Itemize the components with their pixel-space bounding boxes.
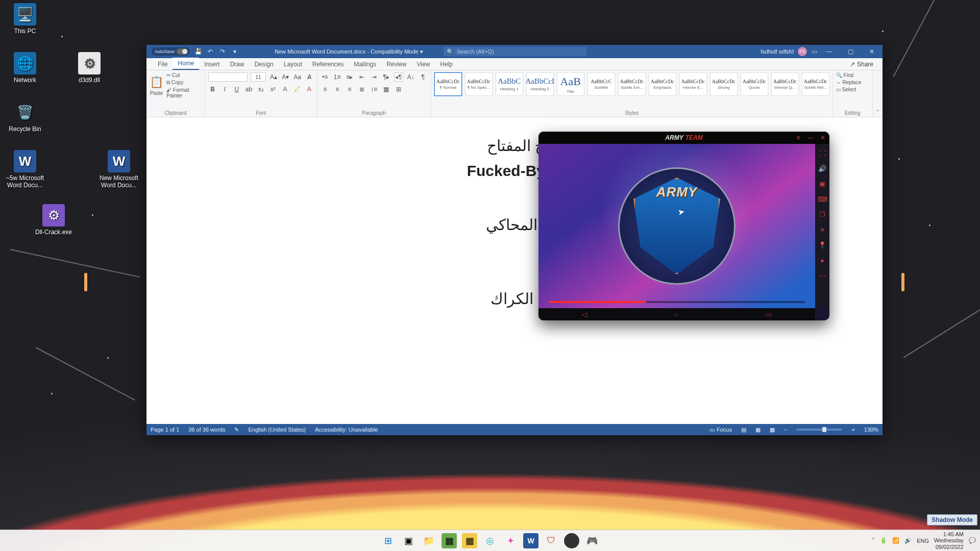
- read-mode-icon[interactable]: ▤: [741, 427, 746, 433]
- dec-indent-icon[interactable]: ⇤: [357, 72, 366, 82]
- status-words[interactable]: 36 of 36 words: [188, 427, 225, 433]
- numbering-icon[interactable]: 1≡: [333, 72, 342, 82]
- tab-references[interactable]: References: [307, 59, 349, 70]
- style-subtle-ref-[interactable]: AaBbCcDcSubtle Ref...: [802, 72, 829, 96]
- strike-icon[interactable]: ab: [244, 85, 254, 94]
- nav-home-icon[interactable]: ○: [674, 310, 678, 318]
- search-box[interactable]: 🔍Search (Alt+Q): [444, 47, 586, 56]
- desktop-icon-dll-crack[interactable]: ⚙Dll-Crack.exe: [31, 204, 77, 236]
- emu-settings-icon[interactable]: ≡: [795, 134, 802, 141]
- zoom-slider[interactable]: [796, 429, 842, 431]
- emu-close-icon[interactable]: ✕: [819, 134, 826, 141]
- desktop-icon-network[interactable]: 🌐Network: [2, 52, 48, 84]
- zoom-out-button[interactable]: −: [784, 427, 787, 433]
- emulator-window[interactable]: ARMY TEAM ≡ ― ✕ ARMY ⛶ 🔊 ▣ ⌨ ❐ ✕ 📍 ● ⋯ ◁…: [538, 132, 829, 320]
- shrink-font-icon[interactable]: A▾: [281, 72, 290, 82]
- tab-layout[interactable]: Layout: [279, 59, 307, 70]
- align-left-icon[interactable]: ≡: [321, 85, 330, 94]
- screenshot-icon[interactable]: ▣: [818, 180, 826, 188]
- align-center-icon[interactable]: ≡: [333, 85, 342, 94]
- desktop-icon-d3d9[interactable]: ⚙d3d9.dll: [66, 52, 112, 84]
- tab-home[interactable]: Home: [173, 58, 199, 70]
- multi-instance-icon[interactable]: ❐: [818, 210, 826, 218]
- taskbar-app-7[interactable]: 🎮: [584, 533, 600, 548]
- style-intense-q-[interactable]: AaBbCcDcIntense Q...: [771, 72, 799, 96]
- emu-minimize-icon[interactable]: ―: [807, 134, 814, 141]
- tab-file[interactable]: File: [153, 59, 173, 70]
- inc-indent-icon[interactable]: ⇥: [370, 72, 379, 82]
- desktop-icon-this-pc[interactable]: 🖥️This PC: [2, 3, 48, 35]
- line-spacing-icon[interactable]: ↕≡: [370, 85, 379, 94]
- install-apk-icon[interactable]: ✕: [818, 226, 826, 234]
- align-right-icon[interactable]: ≡: [345, 85, 354, 94]
- italic-icon[interactable]: I: [220, 85, 229, 94]
- web-layout-icon[interactable]: ▩: [770, 427, 775, 433]
- desktop-icon-word-doc-1[interactable]: W~5w Microsoft Word Docu...: [2, 150, 48, 189]
- close-button[interactable]: ✕: [861, 45, 883, 58]
- file-explorer-icon[interactable]: 📁: [421, 533, 436, 548]
- style-title[interactable]: AaBTitle: [557, 72, 584, 96]
- paste-icon[interactable]: 📋: [150, 76, 163, 89]
- styles-gallery[interactable]: AaBbCcDc¶ NormalAaBbCcDc¶ No Spac...AaBb…: [434, 72, 829, 96]
- emulator-titlebar[interactable]: ARMY TEAM ≡ ― ✕: [538, 132, 829, 144]
- bold-icon[interactable]: B: [208, 85, 217, 94]
- font-color-icon[interactable]: A: [305, 85, 314, 94]
- nav-back-icon[interactable]: ◁: [582, 310, 587, 318]
- copy-button[interactable]: ⧉ Copy: [166, 80, 202, 86]
- rtl-icon[interactable]: ◂¶: [394, 72, 403, 82]
- multilevel-icon[interactable]: ≡▸: [345, 72, 354, 82]
- taskbar-word-icon[interactable]: W: [523, 533, 538, 548]
- sort-icon[interactable]: A↓: [406, 72, 415, 82]
- format-painter-button[interactable]: 🖌 Format Painter: [166, 87, 202, 98]
- save-icon[interactable]: 💾: [194, 47, 202, 56]
- qat-customize-icon[interactable]: ▾: [231, 47, 239, 56]
- grow-font-icon[interactable]: A▴: [269, 72, 278, 82]
- print-layout-icon[interactable]: ▦: [755, 427, 761, 433]
- collapse-ribbon-icon[interactable]: ˅: [876, 109, 879, 115]
- emulator-screen[interactable]: ARMY: [538, 144, 815, 308]
- tray-volume-icon[interactable]: 🔊: [904, 537, 912, 544]
- taskbar-app-1[interactable]: ▦: [442, 533, 457, 548]
- style--normal[interactable]: AaBbCcDc¶ Normal: [434, 72, 462, 96]
- style--no-spac-[interactable]: AaBbCcDc¶ No Spac...: [465, 72, 493, 96]
- tab-help[interactable]: Help: [435, 59, 458, 70]
- style-strong[interactable]: AaBbCcDcStrong: [710, 72, 738, 96]
- zoom-level[interactable]: 130%: [864, 427, 878, 433]
- taskbar-app-5[interactable]: 🛡: [544, 533, 559, 548]
- tray-lang[interactable]: ENG: [917, 538, 929, 544]
- tab-review[interactable]: Review: [381, 59, 411, 70]
- status-spell-icon[interactable]: ✎: [234, 427, 239, 433]
- keymap-icon[interactable]: ⌨: [818, 195, 826, 203]
- select-button[interactable]: ▭ Select: [836, 87, 869, 92]
- style-heading-1[interactable]: AaBbCHeading 1: [496, 72, 523, 96]
- start-button[interactable]: ⊞: [380, 533, 396, 548]
- justify-icon[interactable]: ≣: [357, 85, 366, 94]
- tray-clock[interactable]: 1:45 AM Wednesday 09/02/2022: [934, 531, 964, 549]
- superscript-icon[interactable]: x²: [268, 85, 278, 94]
- maximize-button[interactable]: ▢: [840, 45, 861, 58]
- subscript-icon[interactable]: x₂: [256, 85, 265, 94]
- font-size-box[interactable]: 11: [251, 72, 266, 82]
- replace-button[interactable]: ↔ Replace: [836, 80, 869, 85]
- zoom-in-button[interactable]: +: [851, 427, 854, 433]
- highlight-icon[interactable]: 🖍: [292, 85, 302, 94]
- undo-icon[interactable]: ↶: [206, 47, 214, 56]
- autosave-toggle[interactable]: AutoSave: [152, 47, 190, 56]
- style-quote[interactable]: AaBbCcDcQuote: [741, 72, 768, 96]
- tray-chevron-icon[interactable]: ˄: [872, 537, 875, 544]
- nav-recent-icon[interactable]: ▭: [765, 310, 772, 318]
- style-subtle-em-[interactable]: AaBbCcDcSubtle Em...: [618, 72, 646, 96]
- minimize-button[interactable]: ―: [818, 45, 840, 58]
- tab-draw[interactable]: Draw: [225, 59, 249, 70]
- style-subtitle[interactable]: AaBbCcCSubtitle: [587, 72, 615, 96]
- style-intense-e-[interactable]: AaBbCcDcIntense E...: [679, 72, 707, 96]
- ribbon-options-icon[interactable]: ▭: [810, 47, 818, 56]
- status-page[interactable]: Page 1 of 1: [151, 427, 179, 433]
- ltr-icon[interactable]: ¶▸: [382, 72, 391, 82]
- task-view-icon[interactable]: ▣: [401, 533, 416, 548]
- taskbar-app-4[interactable]: ✦: [503, 533, 518, 548]
- tab-design[interactable]: Design: [249, 59, 278, 70]
- find-button[interactable]: 🔍 Find: [836, 72, 869, 78]
- show-marks-icon[interactable]: ¶: [419, 72, 428, 82]
- style-heading-2[interactable]: AaBbCcIHeading 2: [526, 72, 554, 96]
